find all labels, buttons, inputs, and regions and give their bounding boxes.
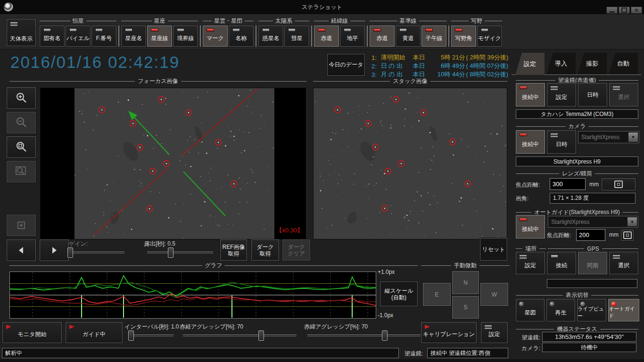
toolbar-button-constellation-name[interactable]: 星座名 <box>121 25 146 47</box>
dark-clear-button[interactable]: ダーククリア <box>282 239 310 261</box>
flag-icon <box>425 325 430 329</box>
toolbar-button-bayer[interactable]: バイエル <box>66 25 91 47</box>
toolbar-group-label: 経緯線 <box>331 17 348 25</box>
toolbar-separator <box>118 25 119 47</box>
add-target-button[interactable] <box>7 214 36 236</box>
minimize-button[interactable] <box>606 7 618 14</box>
gain-slider-track[interactable] <box>68 252 124 254</box>
toolbar-button-mosaic[interactable]: モザイク <box>477 25 502 47</box>
prev-image-icon <box>14 243 28 257</box>
toolbar-button-horizontal-grid[interactable]: 地平 <box>340 25 365 47</box>
vertical-scale-auto-button[interactable]: 縦スケール(自動) <box>380 281 418 306</box>
stack-image-panel[interactable] <box>313 88 507 239</box>
focal-length-input[interactable]: 300 <box>550 178 586 190</box>
ra-aggressive-slider[interactable] <box>183 330 297 341</box>
camera-connect-button[interactable]: 接続中 <box>516 130 545 154</box>
camera-model-dropdown[interactable]: StarlightXpress ▼ <box>578 131 639 143</box>
display-playback-button[interactable]: 再生 <box>546 299 575 321</box>
autoguide-focal-calc-button[interactable] <box>621 230 634 241</box>
led-off-icon <box>69 28 77 32</box>
led-on-icon <box>318 28 325 32</box>
ra-aggressive-slider-handle[interactable] <box>258 330 264 341</box>
zoom-out-button[interactable] <box>7 112 36 133</box>
gps-sync-button[interactable]: 同期 <box>578 252 607 274</box>
move-west-button[interactable]: W <box>480 283 508 306</box>
zoom-in-button[interactable] <box>7 87 36 109</box>
toolbar-button-constellation-boundaries[interactable]: 境界線 <box>173 25 198 47</box>
toolbar-button-nebula-name[interactable]: 名称 <box>229 25 254 47</box>
today-data-button[interactable]: 今日のデータ <box>327 54 365 76</box>
toolbar-button-celestial-equator[interactable]: 赤道 <box>370 25 395 47</box>
reset-button[interactable]: リセット <box>480 238 507 261</box>
gain-slider-handle[interactable] <box>67 247 73 258</box>
guide-settings-button[interactable]: 設定 <box>481 322 508 343</box>
toolbar-button-fov-angle[interactable]: 写野角 <box>451 25 476 47</box>
exposure-slider[interactable] <box>147 247 213 258</box>
exposure-slider-track[interactable] <box>147 252 213 254</box>
maximize-button[interactable] <box>619 7 630 14</box>
dec-aggressive-slider[interactable] <box>307 330 421 341</box>
dropdown-arrow-icon[interactable]: ▼ <box>628 132 638 142</box>
interval-slider[interactable] <box>128 330 173 341</box>
telescope-settings-button[interactable]: 設定 <box>547 83 576 107</box>
ref-image-acquire-button[interactable]: REF画像取得 <box>220 239 247 261</box>
location-settings-button[interactable]: 設定 <box>516 252 545 274</box>
display-starchart-button[interactable]: 星図 <box>516 299 545 321</box>
prev-image-button[interactable] <box>7 239 36 261</box>
tab-capture[interactable]: 撮影 <box>578 53 607 74</box>
move-east-button[interactable]: E <box>423 283 451 306</box>
camera-datetime-button[interactable]: 日時 <box>547 130 576 154</box>
tab-auto[interactable]: 自動 <box>609 53 638 74</box>
tab-goto[interactable]: 導入 <box>546 53 576 74</box>
telescope-connect-button[interactable]: 接続中 <box>516 83 545 107</box>
toolbar-group-label: 太陽系 <box>275 17 292 25</box>
display-autoguide-button[interactable]: オートガイド <box>608 299 639 321</box>
move-north-button[interactable]: N <box>452 271 479 294</box>
gain-slider[interactable] <box>68 247 124 258</box>
toolbar-button-equatorial-grid[interactable]: 赤道 <box>314 25 339 47</box>
zoom-region-button[interactable] <box>7 161 36 182</box>
interval-slider-track[interactable] <box>128 335 173 337</box>
display-liveview-button[interactable]: ライブビュー <box>577 299 606 321</box>
toolbar-button-constellation-lines[interactable]: 星座線 <box>147 25 172 47</box>
flag-icon <box>69 325 74 329</box>
focal-length-calc-button[interactable] <box>602 178 636 190</box>
toolbar-button-proper-name[interactable]: 固有名 <box>40 25 65 47</box>
toolbar-button-planet-name[interactable]: 惑星名 <box>258 25 283 47</box>
dec-aggressive-slider-handle[interactable] <box>382 330 388 341</box>
ra-aggressive-slider-track[interactable] <box>183 335 297 337</box>
autoguide-camera-dropdown[interactable]: StarlightXpress ▼ <box>548 216 638 228</box>
toolbar-button-mark[interactable]: マーク <box>203 25 228 47</box>
autoguide-focal-unit: mm <box>609 231 619 238</box>
autoguide-focal-input[interactable]: 200 <box>576 229 605 241</box>
toolbar-button-comet[interactable]: 彗星 <box>284 25 309 47</box>
next-image-button[interactable] <box>40 239 69 261</box>
telescope-select-button[interactable]: 選択 <box>609 83 638 107</box>
close-button[interactable]: ✕ <box>631 7 642 14</box>
led-off-icon <box>43 28 51 32</box>
calc-icon <box>614 181 623 188</box>
toolbar-button-flamsteed-number[interactable]: F.番号 <box>91 25 116 47</box>
move-south-button[interactable]: S <box>452 296 479 319</box>
dark-acquire-button[interactable]: ダーク取得 <box>251 239 279 261</box>
interval-slider-handle[interactable] <box>128 330 134 341</box>
toolbar-button-ecliptic[interactable]: 黄道 <box>396 25 421 47</box>
zoom-fit-icon <box>14 140 28 154</box>
dropdown-arrow-icon[interactable]: ▼ <box>627 217 637 226</box>
gps-select-button[interactable]: 選択 <box>609 252 638 274</box>
autoguide-connect-button[interactable]: 接続中 <box>516 215 545 239</box>
led-on-icon <box>151 28 158 32</box>
guiding-button[interactable]: ガイド中 <box>66 322 123 343</box>
telescope-datetime-button[interactable]: 日時 <box>578 83 607 107</box>
monitor-start-button[interactable]: モニタ開始 <box>2 322 62 343</box>
focus-image-panel[interactable]: 【x0.30】 <box>40 88 306 239</box>
celestial-display-menu-button[interactable]: 天体表示 <box>7 19 36 46</box>
toolbar-button-meridian[interactable]: 子午線 <box>421 25 446 47</box>
exposure-slider-handle[interactable] <box>168 247 173 258</box>
tab-settings[interactable]: 設定 <box>515 53 545 75</box>
dec-aggressive-slider-track[interactable] <box>307 335 421 337</box>
settings-bars-icon <box>613 255 620 256</box>
calibration-button[interactable]: キャリブレーション <box>421 322 477 343</box>
gps-connect-button[interactable]: 接続 <box>547 252 576 274</box>
zoom-fit-button[interactable] <box>7 136 36 158</box>
